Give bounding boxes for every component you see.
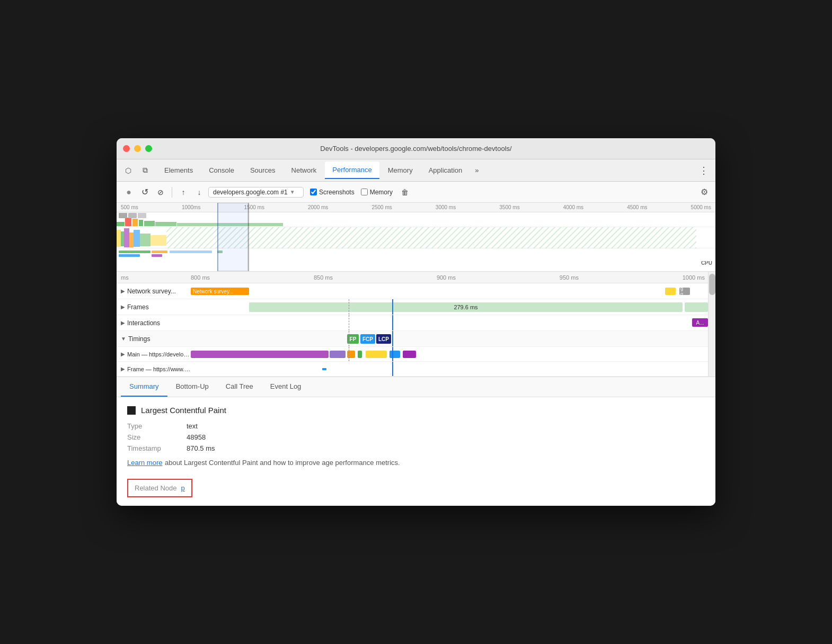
main-row-label[interactable]: ▶ Main — https://developers.google.com/w… (117, 351, 191, 357)
related-node-row: Related Node p (127, 479, 192, 497)
screenshot-thumb (119, 213, 127, 218)
close-button[interactable] (123, 145, 130, 152)
svg-rect-19 (152, 254, 162, 257)
flame-ruler-marks: 800 ms 850 ms 900 ms 950 ms 1000 ms (191, 274, 715, 281)
network-survey-bar: Network survey... (191, 288, 249, 295)
memory-checkbox-label[interactable]: Memory (361, 189, 393, 196)
svg-rect-0 (117, 222, 125, 226)
svg-rect-13 (151, 235, 166, 246)
flame-chart-area: ms 800 ms 850 ms 900 ms 950 ms 1000 ms ▶… (117, 272, 715, 377)
tab-sources[interactable]: Sources (243, 162, 283, 178)
interactions-arrow-icon: ▶ (121, 320, 125, 326)
minimize-button[interactable] (134, 145, 141, 152)
timestamp-label: Timestamp (127, 444, 180, 452)
flame-time-ruler: ms 800 ms 850 ms 900 ms 950 ms 1000 ms (117, 272, 715, 283)
network-row-content: Network survey... g g... (191, 283, 715, 299)
performance-toolbar: ● ↺ ⊘ ↑ ↓ developers.google.com #1 ▼ Scr… (117, 182, 715, 203)
tab-call-tree[interactable]: Call Tree (217, 377, 262, 397)
tab-elements[interactable]: Elements (157, 162, 200, 178)
learn-more-link[interactable]: Learn more (127, 459, 162, 467)
scrollbar-thumb[interactable] (709, 274, 715, 295)
timings-row-content: FP FCP LCP (191, 331, 715, 346)
timestamp-value: 870.5 ms (187, 444, 705, 452)
frame-row-label[interactable]: ▶ Frame — https://www.youtube.com/embed/… (117, 366, 191, 372)
size-value: 48958 (187, 433, 705, 441)
vertical-scrollbar[interactable] (708, 272, 715, 377)
toolbar-separator-1 (172, 187, 172, 198)
download-button[interactable]: ↓ (192, 185, 206, 199)
svg-rect-20 (170, 251, 212, 253)
timings-arrow-icon: ▼ (121, 336, 126, 342)
devtools-window: DevTools - developers.google.com/web/too… (117, 138, 715, 506)
screenshots-checkbox[interactable] (310, 189, 317, 195)
tab-console[interactable]: Console (201, 162, 242, 178)
cpu-row: CPU (117, 227, 715, 248)
size-label: Size (127, 433, 180, 441)
screenshots-checkbox-label[interactable]: Screenshots (310, 189, 355, 196)
interactions-row-content: A... (191, 315, 715, 330)
timeline-ruler: 500 ms 1000ms 1500 ms 2000 ms 2500 ms 30… (117, 203, 715, 212)
record-button[interactable]: ● (122, 185, 136, 199)
description-text-2: age performance metrics. (322, 459, 400, 467)
reload-button[interactable]: ↺ (138, 185, 152, 199)
net-chart (117, 248, 715, 261)
tab-network[interactable]: Network (284, 162, 324, 178)
interactions-row-label[interactable]: ▶ Interactions (117, 319, 191, 327)
svg-rect-7 (117, 230, 121, 247)
upload-button[interactable]: ↑ (176, 185, 190, 199)
memory-label: Memory (370, 189, 393, 196)
svg-rect-18 (152, 251, 167, 253)
svg-rect-1 (125, 218, 131, 226)
summary-content: Largest Contentful Paint Type text Size … (117, 397, 715, 506)
blue-vline-frame (392, 362, 393, 376)
svg-rect-10 (129, 232, 134, 247)
tab-application[interactable]: Application (421, 162, 470, 178)
clear-button[interactable]: ⊘ (154, 185, 167, 199)
blue-vline-main (392, 347, 393, 361)
tab-performance[interactable]: Performance (325, 162, 379, 179)
devtools-menu-button[interactable]: ⋮ (696, 163, 711, 178)
blue-vline-interactions (392, 315, 393, 330)
tab-summary[interactable]: Summary (121, 377, 167, 397)
title-bar: DevTools - developers.google.com/web/too… (117, 138, 715, 159)
copy-icon-btn[interactable]: ⧉ (138, 163, 153, 178)
related-node-value[interactable]: p (181, 484, 185, 492)
svg-rect-3 (139, 220, 143, 226)
main-bar-blue (390, 351, 400, 358)
tab-icon-group: ⬡ ⧉ (121, 163, 153, 178)
summary-title-row: Largest Contentful Paint (127, 406, 705, 415)
settings-icon[interactable]: ⚙ (698, 185, 710, 199)
screenshots-label: Screenshots (319, 189, 355, 196)
tab-more-button[interactable]: » (471, 164, 483, 176)
url-select[interactable]: developers.google.com #1 ▼ (208, 187, 304, 198)
svg-rect-11 (134, 230, 140, 247)
tab-bottom-up[interactable]: Bottom-Up (167, 377, 217, 397)
tab-bar: ⬡ ⧉ Elements Console Sources Network Per… (117, 159, 715, 182)
related-node-container: Related Node p (127, 473, 705, 497)
flame-row-interactions: ▶ Interactions A... (117, 315, 715, 331)
svg-rect-2 (132, 219, 138, 226)
maximize-button[interactable] (145, 145, 152, 152)
screenshot-thumb (128, 213, 137, 218)
tab-event-log[interactable]: Event Log (262, 377, 310, 397)
svg-rect-8 (121, 231, 124, 246)
type-value: text (187, 422, 705, 430)
interactions-row-text: Interactions (127, 319, 160, 327)
network-row-label[interactable]: ▶ Network survey... (117, 288, 191, 295)
memory-checkbox[interactable] (361, 189, 368, 195)
tab-memory[interactable]: Memory (380, 162, 420, 178)
frames-row-label[interactable]: ▶ Frames (117, 303, 191, 311)
cursor-icon-btn[interactable]: ⬡ (121, 163, 136, 178)
description-row: Learn more about Largest Contentful Pain… (127, 458, 705, 467)
lcp-badge: LCP (376, 334, 391, 344)
blue-vline (392, 299, 393, 315)
timeline-overview[interactable]: 500 ms 1000ms 1500 ms 2000 ms 2500 ms 30… (117, 203, 715, 272)
tab-list: Elements Console Sources Network Perform… (157, 162, 696, 179)
main-bar-yellow (366, 351, 387, 358)
frames-arrow-icon: ▶ (121, 304, 125, 310)
network-g-bar: g g... (679, 288, 690, 295)
trash-icon[interactable]: 🗑 (399, 186, 411, 199)
bottom-tab-bar: Summary Bottom-Up Call Tree Event Log (117, 377, 715, 397)
window-title: DevTools - developers.google.com/web/too… (320, 145, 511, 153)
timings-row-label[interactable]: ▼ Timings (117, 335, 191, 343)
